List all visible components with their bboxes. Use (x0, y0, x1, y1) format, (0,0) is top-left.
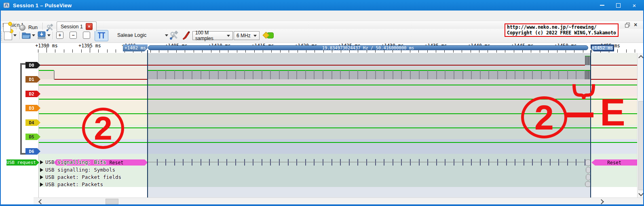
device-select[interactable]: Saleae Logic (116, 30, 170, 40)
signal-transition (201, 70, 201, 79)
decoder-bit-tick (488, 159, 489, 166)
decoder-expand-arrow[interactable] (40, 160, 43, 164)
signal-transition (515, 70, 515, 79)
decoder-bit-tick (192, 159, 192, 166)
cursor-flag-left[interactable]: +1402 ms (123, 45, 148, 51)
signal-transition (314, 70, 315, 79)
cursor-flag-right-label: +1452 ms (592, 45, 613, 51)
sample-count-select[interactable]: 100 M samples (192, 31, 233, 40)
ruler-tick (72, 49, 73, 53)
cursor-flag-right[interactable]: +1452 ms (591, 45, 614, 51)
device-config-button[interactable] (168, 30, 180, 40)
decoder-row-label[interactable]: USB packet: Packets (45, 181, 150, 188)
cursor-span-bar[interactable]: 19.834973024437 Hz / 50.416000000 ms (148, 45, 588, 50)
window-border-bottom (0, 204, 644, 206)
window-title: Session 1 – PulseView (13, 2, 72, 8)
signal-transition (332, 70, 332, 79)
scroll-up-button[interactable] (639, 56, 643, 59)
decoder-row-label[interactable]: USB signalling: Bits (45, 159, 150, 166)
chevron-down-icon (47, 34, 51, 38)
signal-transition (393, 70, 393, 79)
channel-probe-button[interactable] (181, 30, 191, 40)
maximize-button[interactable] (610, 0, 626, 11)
reset-annotation-right[interactable]: Reset (591, 159, 637, 166)
decoder-expand-arrow[interactable] (40, 175, 43, 179)
scroll-down-button[interactable] (639, 192, 643, 195)
decoder-bit-tick (454, 159, 454, 166)
session-setup-button[interactable] (45, 22, 54, 33)
close-button[interactable]: × (626, 0, 642, 11)
decoder-bit-tick (244, 159, 245, 166)
run-label: Run (28, 25, 38, 30)
new-file-dropdown[interactable] (13, 30, 17, 40)
dock-float-button[interactable] (625, 23, 630, 28)
decoder-expand-arrow[interactable] (40, 183, 43, 187)
signal-transition (296, 70, 297, 79)
chevron-down-icon (13, 34, 17, 38)
tab-close-icon[interactable]: × (86, 23, 93, 30)
zoom-in-button[interactable]: + (55, 30, 65, 40)
scroll-right-button[interactable] (600, 200, 603, 204)
new-session-button[interactable] (3, 22, 11, 33)
usb-request-label[interactable]: USB request (6, 159, 39, 166)
sample-rate-select[interactable]: 6 MHz (234, 31, 260, 40)
decoder-expand-arrow[interactable] (40, 168, 43, 172)
signal-transition (183, 70, 184, 79)
decoder-bit-tick (174, 159, 175, 166)
signal-transition (244, 70, 245, 79)
signal-high-d2 (39, 85, 637, 85)
signal-transition (427, 70, 428, 79)
decoder-bit-tick (375, 159, 376, 166)
decoder-bit-tick (332, 159, 332, 166)
scroll-left-button[interactable] (39, 200, 43, 204)
decoder-bit-tick (262, 159, 262, 166)
horizontal-scroll-thumb[interactable] (106, 199, 118, 204)
connect-device-button[interactable] (263, 30, 274, 40)
chevron-down-icon (638, 191, 644, 196)
ruler-tick (38, 49, 38, 53)
sample-rate-value: 6 MHz (236, 33, 251, 38)
ruler-tick (46, 47, 47, 53)
signal-transition (454, 70, 454, 79)
signal-transition (157, 70, 158, 79)
signal-transition (349, 70, 350, 79)
show-sampling-points-toggle[interactable] (95, 30, 108, 41)
signal-transition (410, 70, 411, 79)
run-button[interactable]: Run (19, 22, 38, 33)
decoder-row-label[interactable]: USB packet: Packet fields (45, 174, 150, 181)
signal-low-d0 (39, 65, 585, 66)
decoder-bit-tick (253, 159, 253, 166)
signal-edge-d1 (54, 70, 55, 80)
cursor-line-right[interactable] (590, 50, 591, 198)
decoder-bit-tick (340, 159, 341, 166)
device-name: Saleae Logic (117, 32, 146, 38)
decoder-bit-tick (427, 159, 428, 166)
decoder-bit-tick (462, 159, 463, 166)
dock-close-button[interactable]: × (634, 21, 637, 28)
decoder-row-label[interactable]: USB signalling: Symbols (45, 167, 150, 173)
decoder-bit-tick (296, 159, 297, 166)
signal-transition (305, 70, 306, 79)
copyright-text: Copyright (c) 2022 FREE WING,Y.Sakamoto (507, 30, 616, 36)
window-border-left (0, 11, 1, 206)
ruler-tick (116, 49, 116, 53)
toolbar-handle[interactable] (1, 31, 2, 40)
zoom-in-icon: + (56, 32, 63, 39)
ruler-tick (98, 49, 99, 53)
cursor-flag-left-label: +1402 ms (125, 45, 146, 51)
signal-transition (506, 70, 507, 79)
decoder-bit-tick (384, 159, 384, 166)
decoder-bit-tick (436, 159, 437, 166)
zoom-fit-button[interactable] (82, 30, 91, 40)
ruler-tick (107, 49, 108, 53)
tab-session-1[interactable]: Session 1 × (57, 21, 97, 31)
decoder-bit-tick (393, 159, 393, 166)
zoom-out-button[interactable]: − (68, 30, 78, 40)
signal-transition (558, 70, 559, 79)
decoder-bit-tick (209, 159, 210, 166)
decoder-bit-tick (157, 159, 158, 166)
decoder-bits-line (148, 162, 585, 162)
ruler-tick (55, 49, 55, 53)
horizontal-scrollbar[interactable] (34, 198, 643, 204)
minimize-button[interactable] (594, 0, 610, 11)
